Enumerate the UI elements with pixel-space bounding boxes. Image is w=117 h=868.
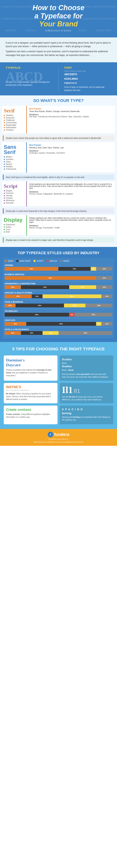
tip-5-brand: Create contrast.: [6, 408, 55, 412]
heading-line2: a Typeface for: [34, 12, 83, 20]
bar-segment-6-0: 20%: [5, 322, 26, 326]
tip-4-card: Il1 Il1 Use the Alt test for long copy. …: [60, 383, 113, 403]
type-section-title: SO WHAT'S YOUR TYPE?: [2, 98, 115, 103]
tip-1-card: Daemian'sDaycare Choose a typeface that …: [4, 355, 57, 381]
serif-adj-6: Authoritative: [4, 126, 24, 128]
font-chars-2: HIJKLMNO: [64, 77, 111, 81]
serif-note: Studies have shown that people are more …: [3, 135, 114, 141]
sans-adj-5: Reliable: [4, 165, 24, 167]
display-adj-3: Loud: [4, 228, 24, 230]
legend-dot-script: [33, 260, 36, 262]
sans-variations-label: Variations:: [29, 150, 113, 152]
tip-2-card: Headline Body Headline Body • Body Don't…: [60, 355, 113, 381]
tip-2-text: Don't be afraid to mix and match serif a…: [62, 373, 111, 378]
serif-popular-label: Most Popular:: [29, 108, 113, 110]
chart-row-label-1: BUSINESS SERVICES: [5, 274, 112, 276]
bar-segment-2-3: 10%: [96, 285, 113, 289]
sans-popular-fonts: Helvetica, Arial, Open Sans, Roboto, Lat…: [29, 147, 113, 149]
legend-script: SCRIPT: [33, 260, 44, 262]
tip-4-text: Use the Alt test for long copy. If you c…: [62, 396, 111, 401]
industry-title: TOP TYPEFACE STYLES USED BY INDUSTRY: [3, 251, 114, 255]
bar-segment-5-1: 5%: [69, 313, 75, 316]
tip-2-demo: Headline Body Headline Body • Body: [62, 358, 111, 372]
legend-display: DISPLAY: [46, 260, 57, 262]
legend-mixed: MIXED: [60, 260, 69, 262]
serif-adj-4: Conservative: [4, 122, 24, 124]
tip-4-demo: Il1 Il1: [62, 385, 111, 395]
footer-section: f fundera SOURCES AVAILABLE AT: https://…: [0, 429, 117, 446]
tip-3-sub: DRY CLEANING SERVICES: [6, 390, 55, 391]
script-adj-4: Creative: [4, 197, 24, 199]
tip-1-brand: Daemian'sDaycare: [6, 358, 55, 367]
sans-adj-6: Professional: [4, 168, 24, 170]
bar-segment-4-0: 10%: [5, 304, 16, 307]
bar-segment-6-3: 10%: [101, 322, 112, 326]
tip-6-spacing-demo: spacing: [62, 408, 111, 411]
chart-row-label-0: APPAREL: [5, 264, 112, 267]
serif-left: Serif Timeless Expensive Traditional Con…: [2, 106, 26, 133]
tip-6-kerning-demo: kerning: [62, 412, 111, 415]
chart-bars-2: 15%45%25%10%: [5, 285, 112, 289]
script-adj-1: Elegant: [4, 190, 24, 192]
font-inner: Playful Display, Regular 36pt ABCDEFG HI…: [64, 70, 111, 92]
display-adj-1: Expressive: [4, 223, 24, 226]
chart-divider-1: [5, 281, 112, 282]
font-subtitle: Playful Display, Regular 36pt: [64, 70, 111, 72]
font-block: FONT Playful Display, Regular 36pt ABCDE…: [64, 66, 111, 92]
chart-bars-1: 85%15%: [5, 276, 112, 280]
bar-segment-7-2: 15%: [43, 331, 59, 335]
sans-adj-4: Neutral: [4, 163, 24, 165]
intro-section: If you're not a designer, you probably h…: [0, 37, 117, 62]
display-note: Display type is meant to be viewed in a …: [3, 238, 114, 243]
script-desc: Script typefaces are descended from hand…: [29, 183, 113, 189]
sans-right: Most Popular: Helvetica, Arial, Open San…: [26, 142, 115, 173]
serif-variations-label: Variations:: [29, 114, 113, 116]
type-section: SO WHAT'S YOUR TYPE? Serif Timeless Expe…: [0, 95, 117, 247]
chart-row-label-7: HOTELS & RESTAURANTS: [5, 329, 112, 331]
bar-segment-0-0: 50%: [5, 267, 58, 271]
bar-segment-0-3: 15%: [96, 267, 113, 271]
font-label: FONT: [64, 66, 111, 69]
display-card: Display Expressive Quirky Loud Bold Disp…: [2, 215, 115, 236]
display-adj-2: Quirky: [4, 226, 24, 228]
tips-grid: Daemian'sDaycare Choose a typeface that …: [4, 355, 113, 424]
bar-segment-7-0: 15%: [5, 331, 21, 335]
legend-label-serif: SERIF: [8, 260, 13, 262]
sans-adj-3: Clean: [4, 161, 24, 163]
intro-para-2: Typefaces can have a seismic impact on y…: [6, 50, 111, 57]
bar-segment-3-3: 10%: [101, 294, 112, 298]
footer-url: https://fundera.com/blog/how-to-choose-a…: [4, 441, 113, 443]
tip-1-text: Choose a typeface that matches the messa…: [6, 369, 55, 377]
sans-note: Sans Serif type is considered the most l…: [3, 175, 114, 180]
bar-segment-2-2: 25%: [69, 285, 96, 289]
serif-adj-1: Timeless: [4, 114, 24, 116]
tips-section: 5 TIPS FOR CHOOSING THE RIGHT TYPEFACE D…: [0, 342, 117, 429]
script-name: Script: [4, 184, 24, 189]
font-desc: A set of type or characters, all of a pa…: [64, 86, 111, 92]
chart-legend: SERIF SANS SERIF SCRIPT DISPLAY MIXED: [5, 260, 112, 262]
legend-label-script: SCRIPT: [37, 260, 44, 262]
display-name: Display: [4, 217, 24, 223]
main-heading: How to Choose a Typeface for Your Brand: [4, 4, 113, 28]
bar-segment-3-2: 55%: [43, 294, 101, 298]
chart-row-3: GROCERY & HEALTH STORES25%10%55%10%: [5, 292, 112, 298]
font-chars-3: PQRSTUVYZ: [64, 82, 111, 85]
sans-variations: Grotesque, Square, Humanistic, Geometric: [29, 152, 113, 154]
sans-left: SansSerif Modern Inventive Clean Neutral…: [2, 142, 26, 173]
header-section: ELEGANTSTRONGBOLDMODERNCLASSICTIMELESSMI…: [0, 0, 117, 37]
legend-dot-display: [46, 260, 49, 262]
tip-3-card: Wayne's DRY CLEANING SERVICES Be Unique.…: [4, 383, 57, 403]
chart-row-6: START-UPS20%65%5%10%: [5, 319, 112, 326]
script-left: Script Elegant Feminine Intimate Creativ…: [2, 181, 26, 207]
serif-name: Serif: [4, 108, 24, 113]
bar-segment-6-1: 65%: [26, 322, 96, 326]
tip-5-text: Create contrast. Using different typefac…: [6, 413, 55, 418]
script-card: Script Elegant Feminine Intimate Creativ…: [2, 181, 115, 207]
bar-segment-3-1: 10%: [32, 294, 43, 298]
display-desc: Display typefaces are often hand-drafted…: [29, 217, 113, 223]
tip-5-card: Create contrast. Create contrast. Using …: [4, 406, 57, 424]
typeface-label: TYPEFACE: [6, 66, 53, 69]
serif-adj-3: Traditional: [4, 119, 24, 121]
chart-row-1: BUSINESS SERVICES85%15%: [5, 274, 112, 280]
chart-bars-6: 20%65%5%10%: [5, 322, 112, 326]
